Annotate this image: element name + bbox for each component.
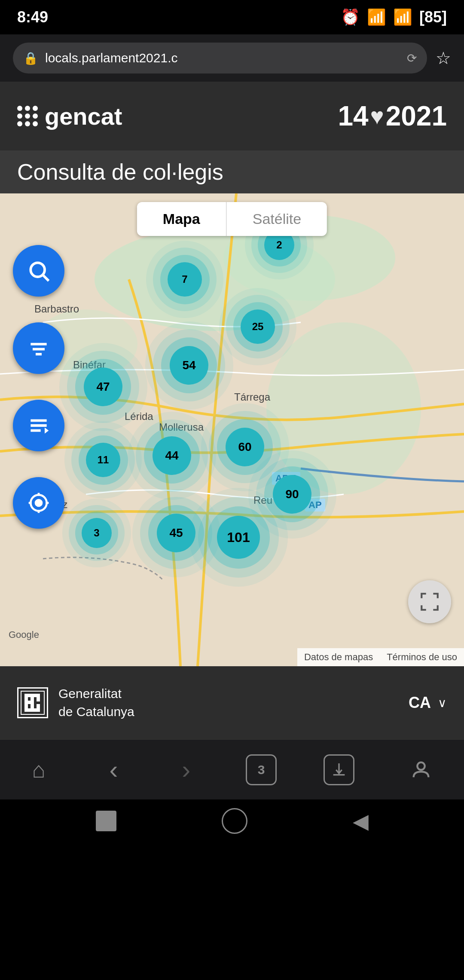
bookmark-icon[interactable]: ☆ (436, 48, 451, 68)
search-button[interactable] (13, 245, 64, 297)
profile-button[interactable] (401, 750, 441, 790)
map-toggle-mapa[interactable]: Mapa (137, 202, 226, 236)
profile-icon (410, 759, 432, 781)
terminos-uso-link[interactable]: Términos de uso (380, 648, 464, 666)
map-data-bar: Datos de mapas Términos de uso (297, 648, 464, 666)
home-indicator-bar: ◀ (0, 799, 464, 842)
svg-rect-26 (24, 701, 34, 704)
svg-point-14 (35, 499, 43, 507)
filter-icon (27, 336, 51, 360)
url-bar[interactable]: 🔒 locals.parlament2021.c ⟳ (13, 43, 427, 74)
svg-line-6 (43, 276, 49, 281)
fullscreen-icon (419, 591, 440, 612)
cluster-value-c7: 60 (226, 428, 264, 466)
wifi-icon: 📶 (393, 8, 412, 26)
datos-mapas-link[interactable]: Datos de mapas (297, 648, 380, 666)
footer-logo: Generalitat de Catalunya (17, 685, 134, 721)
cluster-value-c6: 44 (153, 436, 191, 475)
cluster-value-c8: 11 (86, 443, 120, 477)
battery-icon: [85] (419, 8, 447, 26)
gencat-text: gencat (45, 102, 122, 130)
map-label-barbastro: Barbastro (34, 303, 79, 315)
footer-text-block: Generalitat de Catalunya (58, 685, 134, 721)
favorites-button[interactable] (13, 400, 64, 451)
cluster-c12[interactable]: 101 (189, 488, 288, 587)
election-heart-icon: ♥ (370, 103, 384, 129)
map-container[interactable]: Mapa Satélite (0, 193, 464, 666)
alarm-icon: ⏰ (341, 8, 360, 26)
cluster-c4[interactable]: 54 (145, 322, 233, 410)
reload-icon[interactable]: ⟳ (407, 51, 417, 65)
page-title-bar: Consulta de col·legis (0, 150, 464, 193)
cluster-value-c10: 3 (82, 518, 112, 548)
location-button[interactable] (13, 477, 64, 529)
home-nav-button[interactable]: ⌂ (23, 748, 54, 791)
favorites-icon (27, 413, 51, 438)
search-icon (27, 259, 51, 283)
url-text: locals.parlament2021.c (45, 51, 400, 65)
download-button[interactable] (324, 754, 354, 785)
footer-org1: Generalitat (58, 685, 134, 703)
footer-org2: de Catalunya (58, 703, 134, 721)
signal-icon: 📶 (367, 8, 386, 26)
filter-button[interactable] (13, 322, 64, 374)
download-icon (330, 761, 348, 778)
location-icon (27, 491, 51, 515)
page-title: Consulta de col·legis (17, 159, 223, 185)
cluster-value-c5: 47 (84, 368, 122, 406)
cluster-c5[interactable]: 47 (59, 343, 147, 431)
generalitat-coat-icon (20, 690, 45, 715)
language-selector[interactable]: CA ∨ (409, 694, 447, 712)
svg-rect-25 (24, 694, 40, 697)
stop-button[interactable] (96, 811, 116, 831)
map-toggle: Mapa Satélite (137, 202, 327, 236)
svg-point-29 (417, 762, 424, 769)
status-time: 8:49 (17, 8, 48, 26)
forward-nav-button[interactable]: › (173, 746, 199, 793)
app-footer: Generalitat de Catalunya CA ∨ (0, 666, 464, 739)
svg-rect-27 (24, 708, 40, 712)
election-logo: 14 ♥ 2021 (338, 100, 447, 132)
status-icons: ⏰ 📶 📶 [85] (341, 8, 447, 26)
cluster-value-c2: 7 (168, 262, 202, 297)
cluster-value-c3: 25 (241, 309, 275, 344)
gencat-dots-icon (17, 106, 38, 126)
app-header: gencat 14 ♥ 2021 (0, 82, 464, 150)
back-button[interactable]: ◀ (353, 809, 369, 833)
tabs-button[interactable]: 3 (246, 754, 277, 785)
chevron-down-icon: ∨ (438, 696, 447, 710)
cluster-c10[interactable]: 3 (62, 499, 131, 567)
back-nav-button[interactable]: ‹ (101, 746, 127, 793)
map-label-tarrega: Tárrega (234, 391, 270, 403)
map-toggle-satelite[interactable]: Satélite (227, 202, 327, 236)
election-year: 2021 (386, 100, 447, 132)
cluster-value-c12: 101 (217, 516, 260, 559)
fullscreen-button[interactable] (408, 580, 451, 623)
gencat-logo: gencat (17, 102, 122, 130)
browser-nav-bar: ⌂ ‹ › 3 (0, 739, 464, 799)
browser-bar: 🔒 locals.parlament2021.c ⟳ ☆ (0, 34, 464, 82)
cluster-value-c9: 90 (273, 475, 311, 514)
svg-point-5 (31, 263, 45, 277)
google-attribution: Google (9, 629, 39, 640)
home-button[interactable] (222, 808, 247, 834)
cluster-c2[interactable]: 7 (146, 241, 223, 318)
cluster-value-c4: 54 (170, 346, 208, 385)
svg-marker-13 (45, 428, 49, 434)
cluster-c8[interactable]: 11 (64, 421, 142, 499)
status-bar: 8:49 ⏰ 📶 📶 [85] (0, 0, 464, 34)
generalitat-emblem (17, 687, 48, 718)
lock-icon: 🔒 (23, 51, 38, 65)
election-text: 14 (338, 100, 368, 132)
lang-text: CA (409, 694, 431, 712)
